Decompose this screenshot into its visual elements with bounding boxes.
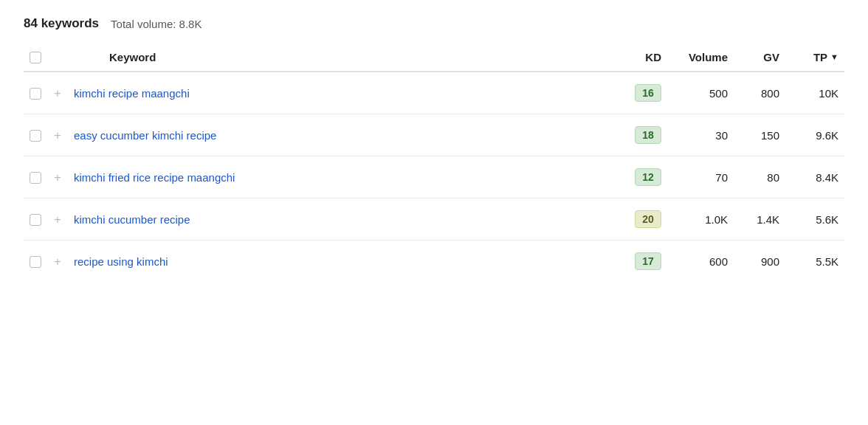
row-checkbox[interactable] <box>30 172 41 184</box>
table-row: + kimchi cucumber recipe 20 1.0K 1.4K 5.… <box>24 198 844 241</box>
kd-cell: 20 <box>608 198 667 241</box>
row-checkbox-cell[interactable] <box>24 156 47 198</box>
gv-cell: 900 <box>734 241 785 283</box>
row-add-cell[interactable]: + <box>47 241 68 283</box>
tp-cell: 5.6K <box>785 198 844 241</box>
kd-badge: 18 <box>635 126 661 144</box>
keyword-col-header: Keyword <box>68 43 608 72</box>
kd-cell: 12 <box>608 156 667 198</box>
tp-cell: 10K <box>785 72 844 114</box>
row-checkbox[interactable] <box>30 256 41 268</box>
kd-cell: 16 <box>608 72 667 114</box>
row-checkbox-cell[interactable] <box>24 198 47 241</box>
kd-badge: 16 <box>635 84 661 102</box>
keyword-count: 84 keywords <box>24 16 99 31</box>
volume-cell: 500 <box>667 72 734 114</box>
row-checkbox-cell[interactable] <box>24 114 47 156</box>
table-row: + easy cucumber kimchi recipe 18 30 150 … <box>24 114 844 156</box>
gv-cell: 1.4K <box>734 198 785 241</box>
volume-cell: 70 <box>667 156 734 198</box>
keyword-cell[interactable]: kimchi fried rice recipe maangchi <box>68 156 608 198</box>
volume-col-header: Volume <box>667 43 734 72</box>
add-icon[interactable]: + <box>54 170 61 184</box>
table-row: + recipe using kimchi 17 600 900 5.5K <box>24 241 844 283</box>
keyword-cell[interactable]: kimchi recipe maangchi <box>68 72 608 114</box>
row-checkbox[interactable] <box>30 88 41 100</box>
row-add-cell[interactable]: + <box>47 72 68 114</box>
table-header-row: Keyword KD Volume GV TP ▼ <box>24 43 844 72</box>
gv-cell: 800 <box>734 72 785 114</box>
sort-desc-icon: ▼ <box>830 52 838 61</box>
row-checkbox[interactable] <box>30 214 41 226</box>
row-checkbox-cell[interactable] <box>24 72 47 114</box>
page-header: 84 keywords Total volume: 8.8K <box>0 0 868 43</box>
select-all-checkbox[interactable] <box>30 52 41 63</box>
add-col-header <box>47 43 68 72</box>
row-checkbox[interactable] <box>30 130 41 142</box>
keyword-cell[interactable]: recipe using kimchi <box>68 241 608 283</box>
volume-cell: 30 <box>667 114 734 156</box>
keywords-table: Keyword KD Volume GV TP ▼ + kimchi reci <box>24 43 844 282</box>
total-volume: Total volume: 8.8K <box>111 18 202 30</box>
tp-cell: 9.6K <box>785 114 844 156</box>
gv-cell: 150 <box>734 114 785 156</box>
add-icon[interactable]: + <box>54 86 61 100</box>
tp-col-header[interactable]: TP ▼ <box>785 43 844 72</box>
table-row: + kimchi recipe maangchi 16 500 800 10K <box>24 72 844 114</box>
tp-label: TP <box>813 51 827 63</box>
select-all-header[interactable] <box>24 43 47 72</box>
kd-col-header: KD <box>608 43 667 72</box>
table-row: + kimchi fried rice recipe maangchi 12 7… <box>24 156 844 198</box>
gv-col-header: GV <box>734 43 785 72</box>
keywords-table-container: Keyword KD Volume GV TP ▼ + kimchi reci <box>0 43 868 282</box>
volume-cell: 600 <box>667 241 734 283</box>
keyword-cell[interactable]: kimchi cucumber recipe <box>68 198 608 241</box>
tp-cell: 8.4K <box>785 156 844 198</box>
add-icon[interactable]: + <box>54 212 61 227</box>
row-add-cell[interactable]: + <box>47 198 68 241</box>
keyword-cell[interactable]: easy cucumber kimchi recipe <box>68 114 608 156</box>
row-checkbox-cell[interactable] <box>24 241 47 283</box>
kd-badge: 17 <box>635 252 661 270</box>
kd-cell: 18 <box>608 114 667 156</box>
volume-cell: 1.0K <box>667 198 734 241</box>
add-icon[interactable]: + <box>54 255 61 269</box>
kd-badge: 20 <box>635 210 661 228</box>
kd-cell: 17 <box>608 241 667 283</box>
add-icon[interactable]: + <box>54 128 61 142</box>
gv-cell: 80 <box>734 156 785 198</box>
row-add-cell[interactable]: + <box>47 156 68 198</box>
tp-cell: 5.5K <box>785 241 844 283</box>
row-add-cell[interactable]: + <box>47 114 68 156</box>
kd-badge: 12 <box>635 168 661 186</box>
